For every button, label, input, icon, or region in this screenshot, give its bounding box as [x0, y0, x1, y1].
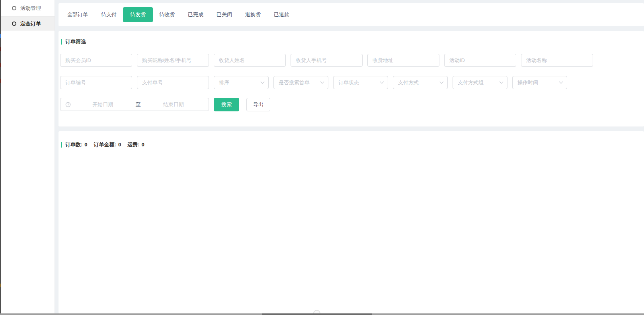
edge-fragment: [0, 284, 1, 287]
activity-id-input[interactable]: [444, 54, 516, 67]
filter-row-1: [60, 54, 598, 67]
chevron-down-icon: [440, 80, 444, 84]
order-count-value: 0: [84, 142, 87, 148]
tab-completed[interactable]: 已完成: [188, 11, 203, 18]
sidebar-item-deposit-orders[interactable]: 定金订单: [1, 17, 55, 31]
date-range-picker[interactable]: 开始日期 至 结束日期: [60, 98, 209, 111]
payment-method-group-select[interactable]: 支付方式组: [453, 76, 507, 89]
edge-fragment: [0, 63, 1, 67]
radio-circle-icon: [12, 21, 16, 26]
sidebar: 活动管理 定金订单: [1, 0, 55, 315]
shipping-fee-value: 0: [142, 142, 144, 148]
filter-row-3: 开始日期 至 结束日期 搜索 导出: [60, 98, 270, 111]
filter-row-2: 排序 是否搜索首单 订单状态 支付方式 支付方式组 操作时间: [60, 76, 572, 89]
chevron-down-icon: [320, 80, 324, 84]
order-count-label: 订单数:: [65, 142, 82, 148]
select-placeholder: 支付方式组: [458, 79, 484, 86]
horizontal-scrollbar[interactable]: [0, 313, 644, 315]
filter-section-header: 订单筛选: [61, 38, 86, 45]
tab-pending-receipt[interactable]: 待收货: [159, 11, 175, 18]
order-amount-value: 0: [118, 142, 121, 148]
order-count-stat: 订单数:0: [65, 141, 88, 148]
select-placeholder: 订单状态: [338, 79, 359, 86]
sidebar-item-label: 活动管理: [20, 5, 41, 12]
sort-select[interactable]: 排序: [214, 76, 269, 89]
clock-icon: [65, 102, 71, 107]
sidebar-item-label: 定金订单: [20, 20, 41, 27]
radio-circle-icon: [12, 6, 16, 10]
select-placeholder: 支付方式: [398, 79, 419, 86]
order-number-input[interactable]: [60, 76, 132, 89]
operation-time-select[interactable]: 操作时间: [512, 76, 567, 89]
order-summary-bar: 订单数:0 订单金额:0 运费:0: [61, 141, 151, 148]
tab-return-exchange[interactable]: 退换货: [245, 11, 261, 18]
shipping-address-input[interactable]: [367, 54, 439, 67]
order-status-select[interactable]: 订单状态: [333, 76, 388, 89]
buyer-member-id-input[interactable]: [60, 54, 132, 67]
sidebar-item-activity-management[interactable]: 活动管理: [1, 0, 55, 17]
chevron-down-icon: [261, 80, 265, 84]
payment-number-input[interactable]: [137, 76, 209, 89]
consignee-name-input[interactable]: [214, 54, 286, 67]
consignee-phone-input[interactable]: [291, 54, 363, 67]
export-button[interactable]: 导出: [246, 98, 270, 111]
order-status-tabbar: 全部订单 待支付 待发货 待收货 已完成 已关闭 退换货 已退款: [59, 3, 644, 26]
left-edge-strip: [0, 0, 1, 315]
order-amount-label: 订单金额:: [94, 142, 116, 148]
section-accent-bar: [61, 142, 62, 148]
order-results-panel: 订单数:0 订单金额:0 运费:0: [59, 131, 644, 313]
tab-all-orders[interactable]: 全部订单: [67, 11, 88, 18]
filter-section-title: 订单筛选: [65, 38, 86, 45]
payment-method-select[interactable]: 支付方式: [393, 76, 448, 89]
edge-fragment: [0, 34, 1, 38]
first-order-search-select[interactable]: 是否搜索首单: [273, 76, 328, 89]
main-content: 全部订单 待支付 待发货 待收货 已完成 已关闭 退换货 已退款 订单筛选 排序: [55, 0, 644, 315]
end-date-placeholder: 结束日期: [142, 101, 205, 108]
start-date-placeholder: 开始日期: [72, 101, 134, 108]
tab-pending-shipment[interactable]: 待发货: [123, 7, 153, 22]
order-filter-panel: 订单筛选 排序 是否搜索首单 订单状态: [59, 31, 644, 126]
shipping-fee-stat: 运费:0: [127, 141, 144, 148]
horizontal-scrollbar-thumb[interactable]: [262, 313, 372, 315]
section-accent-bar: [61, 39, 62, 45]
shipping-fee-label: 运费:: [127, 142, 139, 148]
tab-closed[interactable]: 已关闭: [217, 11, 232, 18]
buyer-nickname-name-phone-input[interactable]: [137, 54, 209, 67]
date-range-separator: 至: [134, 101, 142, 108]
chevron-down-icon: [500, 80, 503, 84]
tab-pending-payment[interactable]: 待支付: [101, 11, 117, 18]
select-placeholder: 操作时间: [517, 79, 538, 86]
edge-fragment: [0, 47, 1, 51]
select-placeholder: 是否搜索首单: [279, 79, 310, 86]
search-button[interactable]: 搜索: [214, 98, 239, 111]
edge-fragment: [0, 79, 1, 83]
tab-refunded[interactable]: 已退款: [274, 11, 289, 18]
order-amount-stat: 订单金额:0: [94, 141, 121, 148]
select-placeholder: 排序: [219, 79, 229, 86]
chevron-down-icon: [380, 80, 384, 84]
activity-name-input[interactable]: [521, 54, 593, 67]
chevron-down-icon: [559, 80, 563, 84]
